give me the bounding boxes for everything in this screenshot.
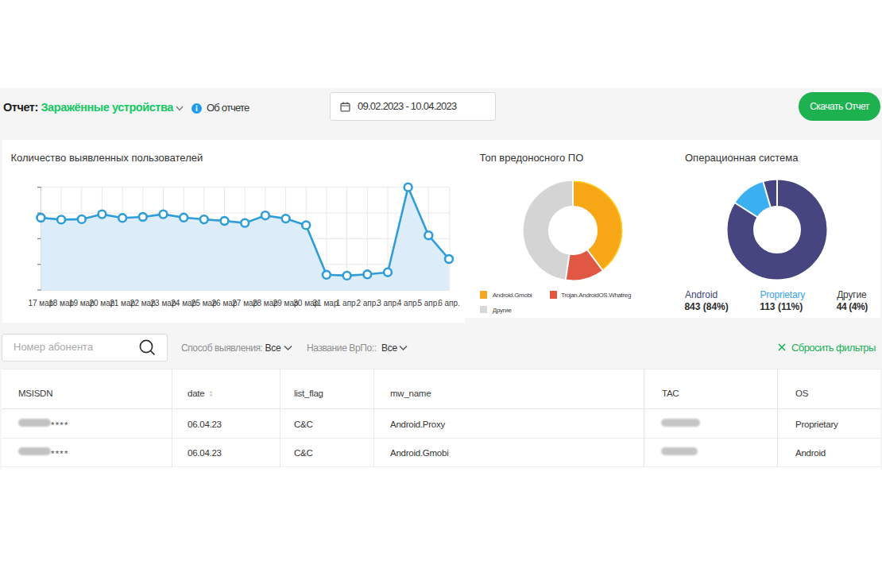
svg-text:2 апр.: 2 апр. <box>356 299 378 308</box>
svg-text:1 апр.: 1 апр. <box>336 299 358 308</box>
svg-text:4 апр.: 4 апр. <box>397 299 420 308</box>
svg-text:3 апр.: 3 апр. <box>377 299 399 308</box>
svg-text:6 апр.: 6 апр. <box>438 299 460 308</box>
svg-text:5 апр.: 5 апр. <box>417 299 439 308</box>
